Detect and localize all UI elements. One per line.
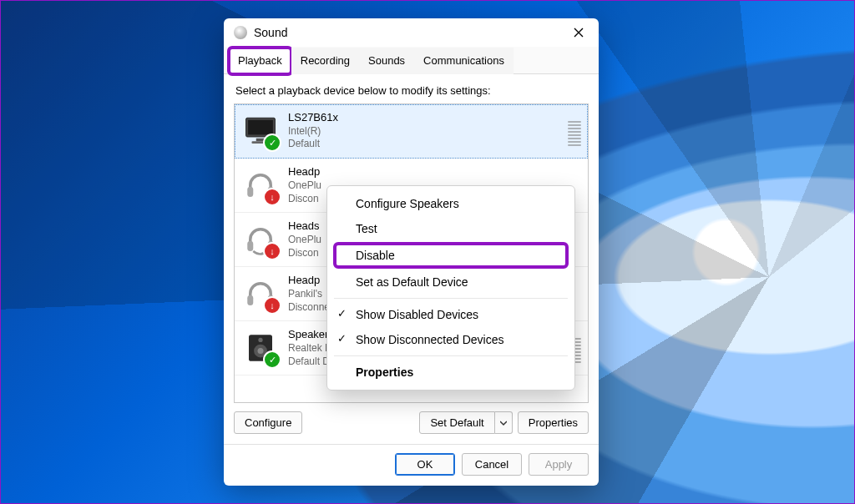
headphones-icon: ↓ — [243, 168, 278, 203]
headset-icon: ↓ — [243, 222, 278, 257]
menu-separator — [334, 298, 568, 299]
set-default-split-button[interactable]: Set Default — [419, 411, 512, 434]
status-badge-default: ✓ — [263, 134, 281, 152]
svg-point-13 — [258, 338, 262, 342]
svg-rect-1 — [248, 120, 273, 135]
device-sub2: Discon — [288, 193, 321, 206]
menu-disable[interactable]: Disable — [334, 243, 568, 268]
menu-show-disabled[interactable]: Show Disabled Devices — [327, 302, 574, 327]
device-sub1: OnePlu — [288, 179, 321, 193]
device-sub2: Default — [288, 138, 338, 151]
device-sub2: Discon — [288, 247, 321, 260]
menu-configure-speakers[interactable]: Configure Speakers — [327, 191, 574, 216]
tab-panel-playback: Select a playback device below to modify… — [224, 74, 599, 444]
tab-sounds[interactable]: Sounds — [359, 48, 414, 74]
device-sub1: OnePlu — [288, 234, 321, 247]
svg-point-12 — [258, 348, 264, 354]
status-badge-disconnected: ↓ — [263, 296, 281, 315]
cancel-button[interactable]: Cancel — [462, 453, 522, 476]
tab-playback[interactable]: Playback — [229, 48, 291, 74]
headphones-icon: ↓ — [243, 276, 278, 311]
svg-rect-4 — [247, 187, 253, 197]
device-name: LS27B61x — [288, 111, 338, 125]
device-sub1: Intel(R) — [288, 125, 338, 139]
menu-separator — [334, 355, 568, 356]
svg-rect-8 — [247, 295, 253, 305]
set-default-caret[interactable] — [495, 411, 513, 434]
dialog-button-row: OK Cancel Apply — [224, 444, 599, 486]
properties-button[interactable]: Properties — [518, 411, 589, 434]
window-title: Sound — [254, 26, 564, 39]
status-badge-disconnected: ↓ — [263, 242, 281, 260]
device-context-menu: Configure Speakers Test Disable Set as D… — [326, 185, 575, 391]
set-default-button[interactable]: Set Default — [419, 411, 494, 434]
speaker-icon: ✓ — [243, 330, 278, 365]
tab-communications[interactable]: Communications — [414, 48, 514, 74]
sound-dialog: Sound Playback Recording Sounds Communic… — [224, 18, 599, 486]
ok-button[interactable]: OK — [395, 453, 455, 476]
close-icon — [574, 28, 584, 38]
device-name: Heads — [288, 219, 321, 234]
menu-show-disconnected[interactable]: Show Disconnected Devices — [327, 327, 574, 352]
svg-rect-6 — [247, 241, 253, 251]
tab-recording[interactable]: Recording — [291, 48, 359, 74]
close-button[interactable] — [564, 21, 594, 44]
app-icon — [234, 26, 247, 39]
status-badge-default: ✓ — [263, 350, 281, 369]
apply-button[interactable]: Apply — [529, 453, 589, 476]
device-name: Headp — [288, 165, 321, 179]
status-badge-disconnected: ↓ — [263, 188, 281, 206]
tab-strip: Playback Recording Sounds Communications — [224, 47, 599, 74]
device-row-ls27b61x[interactable]: ✓ LS27B61x Intel(R) Default — [235, 104, 588, 159]
configure-button[interactable]: Configure — [234, 411, 302, 434]
monitor-icon: ✓ — [243, 113, 278, 149]
chevron-down-icon — [500, 420, 507, 426]
titlebar: Sound — [224, 18, 599, 47]
level-meter — [568, 111, 581, 146]
menu-set-default[interactable]: Set as Default Device — [327, 270, 574, 295]
menu-properties[interactable]: Properties — [327, 360, 574, 385]
device-button-row: Configure Set Default Properties — [234, 403, 589, 437]
menu-test[interactable]: Test — [327, 216, 574, 241]
instruction-text: Select a playback device below to modify… — [235, 84, 587, 97]
